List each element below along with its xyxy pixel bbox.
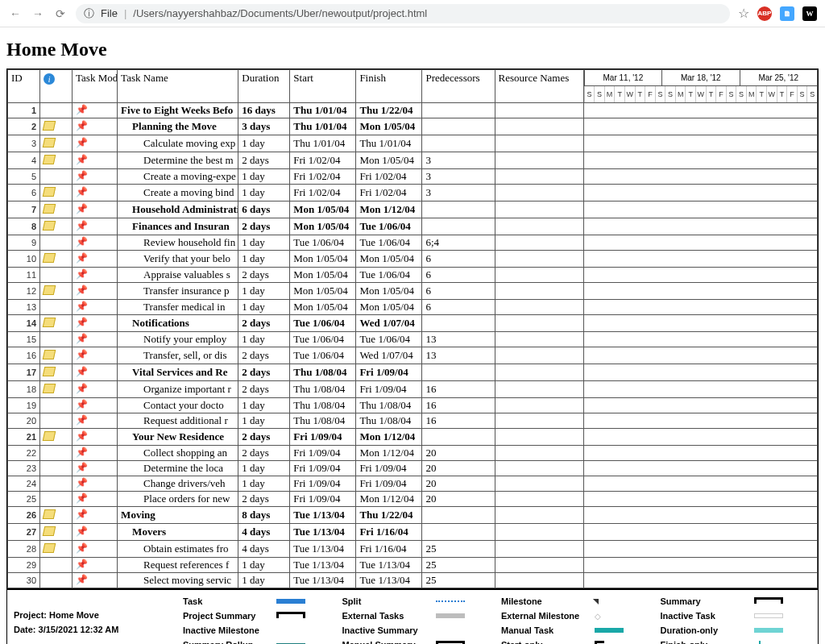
table-row[interactable]: 22📌Collect shopping an2 daysFri 1/09/04M…	[8, 446, 818, 461]
cell-name[interactable]: Change drivers/veh	[118, 476, 238, 492]
cell-duration[interactable]: 1 day	[238, 398, 290, 413]
cell-start[interactable]: Fri 1/02/04	[290, 169, 356, 185]
cell-predecessors[interactable]: 3	[422, 169, 495, 185]
cell-predecessors[interactable]	[422, 103, 495, 118]
cell-name[interactable]: Your New Residence	[118, 429, 238, 446]
forward-button[interactable]: →	[31, 6, 45, 21]
cell-start[interactable]: Fri 1/09/04	[290, 446, 356, 461]
table-row[interactable]: 18📌Organize important r2 daysThu 1/08/04…	[8, 381, 818, 398]
cell-finish[interactable]: Thu 1/08/04	[356, 413, 422, 429]
cell-finish[interactable]: Fri 1/09/04	[356, 476, 422, 492]
cell-predecessors[interactable]	[422, 218, 495, 235]
cell-predecessors[interactable]	[422, 118, 495, 135]
cell-resources[interactable]	[495, 364, 583, 381]
cell-resources[interactable]	[495, 429, 583, 446]
cell-name[interactable]: Transfer, sell, or dis	[118, 347, 238, 364]
cell-start[interactable]: Mon 1/05/04	[290, 202, 356, 218]
cell-name[interactable]: Notifications	[118, 315, 238, 332]
cell-finish[interactable]: Fri 1/09/04	[356, 461, 422, 476]
cell-resources[interactable]	[495, 218, 583, 235]
cell-finish[interactable]: Mon 1/12/04	[356, 446, 422, 461]
cell-duration[interactable]: 1 day	[238, 135, 290, 152]
cell-start[interactable]: Tue 1/06/04	[290, 315, 356, 332]
cell-predecessors[interactable]: 20	[422, 461, 495, 476]
cell-resources[interactable]	[495, 524, 583, 541]
cell-resources[interactable]	[495, 332, 583, 347]
cell-finish[interactable]: Thu 1/01/04	[356, 135, 422, 152]
cell-predecessors[interactable]	[422, 135, 495, 152]
cell-finish[interactable]: Tue 1/06/04	[356, 268, 422, 283]
cell-start[interactable]: Mon 1/05/04	[290, 283, 356, 300]
cell-start[interactable]: Fri 1/09/04	[290, 461, 356, 476]
cell-resources[interactable]	[495, 558, 583, 573]
table-row[interactable]: 12📌Transfer insurance p1 dayMon 1/05/04M…	[8, 283, 818, 300]
cell-start[interactable]: Tue 1/13/04	[290, 558, 356, 573]
cell-finish[interactable]: Mon 1/05/04	[356, 251, 422, 268]
cell-resources[interactable]	[495, 507, 583, 524]
cell-duration[interactable]: 2 days	[238, 492, 290, 507]
cell-duration[interactable]: 2 days	[238, 347, 290, 364]
cell-duration[interactable]: 4 days	[238, 524, 290, 541]
cell-name[interactable]: Moving	[118, 507, 238, 524]
table-row[interactable]: 6📌Create a moving bind1 dayFri 1/02/04Fr…	[8, 185, 818, 202]
cell-finish[interactable]: Mon 1/05/04	[356, 118, 422, 135]
cell-name[interactable]: Verify that your belo	[118, 251, 238, 268]
cell-duration[interactable]: 2 days	[238, 364, 290, 381]
cell-finish[interactable]: Tue 1/06/04	[356, 218, 422, 235]
cell-predecessors[interactable]: 6	[422, 300, 495, 315]
cell-name[interactable]: Organize important r	[118, 381, 238, 398]
cell-finish[interactable]: Mon 1/12/04	[356, 429, 422, 446]
table-row[interactable]: 23📌Determine the loca1 dayFri 1/09/04Fri…	[8, 461, 818, 476]
cell-predecessors[interactable]: 20	[422, 492, 495, 507]
cell-start[interactable]: Tue 1/13/04	[290, 573, 356, 588]
cell-finish[interactable]: Tue 1/06/04	[356, 332, 422, 347]
cell-name[interactable]: Household Administrati	[118, 202, 238, 218]
cell-name[interactable]: Create a moving-expe	[118, 169, 238, 185]
cell-duration[interactable]: 2 days	[238, 429, 290, 446]
cell-start[interactable]: Tue 1/13/04	[290, 541, 356, 558]
cell-predecessors[interactable]: 16	[422, 398, 495, 413]
cell-duration[interactable]: 1 day	[238, 558, 290, 573]
cell-finish[interactable]: Fri 1/09/04	[356, 364, 422, 381]
cell-duration[interactable]: 16 days	[238, 103, 290, 118]
cell-start[interactable]: Tue 1/06/04	[290, 347, 356, 364]
cell-predecessors[interactable]: 25	[422, 558, 495, 573]
cell-resources[interactable]	[495, 103, 583, 118]
cell-duration[interactable]: 2 days	[238, 152, 290, 169]
table-row[interactable]: 11📌Appraise valuables s2 daysMon 1/05/04…	[8, 268, 818, 283]
address-bar[interactable]: ⓘ File | /Users/nayyershahbaz/Documents/…	[76, 4, 730, 23]
cell-duration[interactable]: 2 days	[238, 381, 290, 398]
col-name[interactable]: Task Name	[118, 70, 238, 103]
col-info[interactable]: i	[40, 70, 73, 103]
col-start[interactable]: Start	[290, 70, 356, 103]
table-row[interactable]: 14📌Notifications2 daysTue 1/06/04Wed 1/0…	[8, 315, 818, 332]
cell-predecessors[interactable]: 20	[422, 446, 495, 461]
cell-predecessors[interactable]: 25	[422, 573, 495, 588]
cell-duration[interactable]: 2 days	[238, 315, 290, 332]
table-row[interactable]: 19📌Contact your docto1 dayThu 1/08/04Thu…	[8, 398, 818, 413]
cell-start[interactable]: Thu 1/01/04	[290, 118, 356, 135]
cell-name[interactable]: Movers	[118, 524, 238, 541]
cell-name[interactable]: Finances and Insuran	[118, 218, 238, 235]
cell-finish[interactable]: Mon 1/05/04	[356, 152, 422, 169]
cell-start[interactable]: Thu 1/01/04	[290, 103, 356, 118]
cell-start[interactable]: Tue 1/13/04	[290, 524, 356, 541]
cell-name[interactable]: Appraise valuables s	[118, 268, 238, 283]
cell-resources[interactable]	[495, 251, 583, 268]
cell-resources[interactable]	[495, 152, 583, 169]
cell-predecessors[interactable]	[422, 524, 495, 541]
cell-start[interactable]: Mon 1/05/04	[290, 300, 356, 315]
cell-name[interactable]: Determine the loca	[118, 461, 238, 476]
adblock-icon[interactable]: ABP	[757, 6, 772, 21]
cell-start[interactable]: Fri 1/09/04	[290, 492, 356, 507]
cell-resources[interactable]	[495, 315, 583, 332]
cell-start[interactable]: Tue 1/13/04	[290, 507, 356, 524]
cell-name[interactable]: Contact your docto	[118, 398, 238, 413]
cell-start[interactable]: Thu 1/08/04	[290, 364, 356, 381]
table-row[interactable]: 1📌Five to Eight Weeks Befo16 daysThu 1/0…	[8, 103, 818, 118]
cell-predecessors[interactable]	[422, 202, 495, 218]
col-predecessors[interactable]: Predecessors	[422, 70, 495, 103]
cell-finish[interactable]: Fri 1/16/04	[356, 541, 422, 558]
cell-name[interactable]: Planning the Move	[118, 118, 238, 135]
cell-duration[interactable]: 1 day	[238, 251, 290, 268]
